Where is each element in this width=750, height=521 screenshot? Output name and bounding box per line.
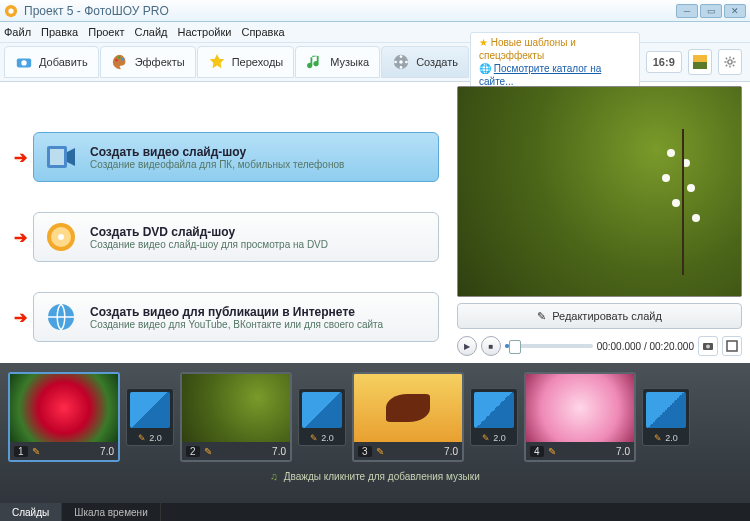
- pencil-icon: ✎: [32, 446, 40, 457]
- create-video-title: Создать видео слайд-шоу: [90, 145, 344, 159]
- tab-music-label: Музыка: [330, 56, 369, 68]
- window-close-button[interactable]: ✕: [724, 4, 746, 18]
- tab-transitions-label: Переходы: [232, 56, 284, 68]
- camera-icon: [15, 53, 33, 71]
- window-maximize-button[interactable]: ▭: [700, 4, 722, 18]
- pointer-icon: ➔: [14, 308, 27, 327]
- create-options-pane: ➔ Создать видео слайд-шоу Создание видео…: [0, 82, 453, 363]
- create-web-button[interactable]: Создать видео для публикации в Интернете…: [33, 292, 439, 342]
- slide-card[interactable]: 3✎7.0: [352, 372, 464, 462]
- window-minimize-button[interactable]: ─: [676, 4, 698, 18]
- svg-point-4: [115, 59, 118, 62]
- tab-add-label: Добавить: [39, 56, 88, 68]
- menu-edit[interactable]: Правка: [41, 26, 78, 38]
- transition-duration: 2.0: [665, 433, 678, 443]
- stop-button[interactable]: ■: [481, 336, 501, 356]
- workspace: ➔ Создать видео слайд-шоу Создание видео…: [0, 82, 750, 363]
- transition-card[interactable]: ✎2.0: [470, 388, 518, 446]
- globe-upload-icon: [44, 300, 78, 334]
- fullscreen-button[interactable]: [722, 336, 742, 356]
- svg-point-8: [399, 60, 403, 64]
- svg-point-3: [21, 60, 26, 65]
- pencil-icon: ✎: [482, 433, 490, 443]
- svg-point-20: [58, 234, 64, 240]
- toolbar: Добавить Эффекты Переходы Музыка Создать…: [0, 42, 750, 82]
- svg-point-12: [405, 61, 408, 64]
- music-track-placeholder[interactable]: ♫ Дважды кликните для добавления музыки: [8, 467, 742, 485]
- edit-slide-label: Редактировать слайд: [552, 310, 662, 322]
- svg-point-9: [400, 55, 403, 58]
- time-display: 00:00.000 / 00:20.000: [597, 341, 694, 352]
- slide-card[interactable]: 2✎7.0: [180, 372, 292, 462]
- create-dvd-button[interactable]: Создать DVD слайд-шоу Создание видео сла…: [33, 212, 439, 262]
- slides-row[interactable]: 1✎7.0 ✎2.0 2✎7.0 ✎2.0 3✎7.0 ✎2.0 4✎7.0: [8, 369, 742, 465]
- pointer-icon: ➔: [14, 148, 27, 167]
- menu-slide[interactable]: Слайд: [134, 26, 167, 38]
- settings-button[interactable]: [718, 49, 742, 75]
- pencil-icon: ✎: [548, 446, 556, 457]
- slide-index: 4: [530, 446, 544, 457]
- svg-rect-17: [50, 149, 64, 165]
- slide-duration: 7.0: [272, 446, 286, 457]
- promo-line1: Новые шаблоны и спецэффекты: [479, 37, 576, 61]
- music-icon: ♫: [270, 471, 278, 482]
- create-video-subtitle: Создание видеофайла для ПК, мобильных те…: [90, 159, 344, 170]
- create-web-subtitle: Создание видео для YouTube, ВКонтакте ил…: [90, 319, 383, 330]
- slide-card[interactable]: 4✎7.0: [524, 372, 636, 462]
- timeline-view-tabs: Слайды Шкала времени: [0, 503, 750, 521]
- transition-card[interactable]: ✎2.0: [126, 388, 174, 446]
- pointer-icon: ➔: [14, 228, 27, 247]
- pencil-icon: ✎: [376, 446, 384, 457]
- theme-toggle-button[interactable]: [688, 49, 712, 75]
- aspect-ratio-button[interactable]: 16:9: [646, 51, 682, 73]
- create-dvd-subtitle: Создание видео слайд-шоу для просмотра н…: [90, 239, 328, 250]
- bottom-tab-slides[interactable]: Слайды: [0, 503, 62, 521]
- svg-point-15: [728, 60, 732, 64]
- window-title: Проект 5 - ФотоШОУ PRO: [24, 4, 676, 18]
- pencil-icon: ✎: [654, 433, 662, 443]
- tab-transitions[interactable]: Переходы: [197, 46, 295, 78]
- snapshot-button[interactable]: [698, 336, 718, 356]
- slide-index: 1: [14, 446, 28, 457]
- create-dvd-title: Создать DVD слайд-шоу: [90, 225, 328, 239]
- seek-bar[interactable]: [505, 344, 593, 348]
- slide-duration: 7.0: [444, 446, 458, 457]
- tab-effects[interactable]: Эффекты: [100, 46, 196, 78]
- menu-project[interactable]: Проект: [88, 26, 124, 38]
- slide-card[interactable]: 1✎7.0: [8, 372, 120, 462]
- svg-point-23: [706, 345, 710, 349]
- tab-create-label: Создать: [416, 56, 458, 68]
- palette-icon: [111, 53, 129, 71]
- bottom-tab-timeline[interactable]: Шкала времени: [62, 503, 160, 521]
- tab-add[interactable]: Добавить: [4, 46, 99, 78]
- music-icon: [306, 53, 324, 71]
- globe-icon: 🌐: [479, 63, 491, 74]
- app-icon: [4, 4, 18, 18]
- menu-file[interactable]: Файл: [4, 26, 31, 38]
- slide-index: 3: [358, 446, 372, 457]
- svg-point-5: [117, 56, 120, 59]
- timeline-area: 1✎7.0 ✎2.0 2✎7.0 ✎2.0 3✎7.0 ✎2.0 4✎7.0: [0, 363, 750, 503]
- star-icon: [208, 53, 226, 71]
- edit-slide-button[interactable]: ✎ Редактировать слайд: [457, 303, 742, 329]
- window-titlebar: Проект 5 - ФотоШОУ PRO ─ ▭ ✕: [0, 0, 750, 22]
- pencil-icon: ✎: [138, 433, 146, 443]
- preview-viewport[interactable]: [457, 86, 742, 297]
- transition-duration: 2.0: [493, 433, 506, 443]
- create-video-button[interactable]: Создать видео слайд-шоу Создание видеофа…: [33, 132, 439, 182]
- slide-duration: 7.0: [616, 446, 630, 457]
- playback-controls: ▶ ■ 00:00.000 / 00:20.000: [457, 333, 742, 359]
- menu-help[interactable]: Справка: [241, 26, 284, 38]
- svg-rect-24: [727, 341, 737, 351]
- create-web-title: Создать видео для публикации в Интернете: [90, 305, 383, 319]
- transition-card[interactable]: ✎2.0: [298, 388, 346, 446]
- svg-rect-14: [693, 62, 707, 69]
- tab-effects-label: Эффекты: [135, 56, 185, 68]
- transition-card[interactable]: ✎2.0: [642, 388, 690, 446]
- tab-create[interactable]: Создать: [381, 46, 469, 78]
- favorite-icon: ★: [479, 37, 488, 48]
- tab-music[interactable]: Музыка: [295, 46, 380, 78]
- svg-rect-13: [693, 55, 707, 62]
- play-button[interactable]: ▶: [457, 336, 477, 356]
- menu-settings[interactable]: Настройки: [178, 26, 232, 38]
